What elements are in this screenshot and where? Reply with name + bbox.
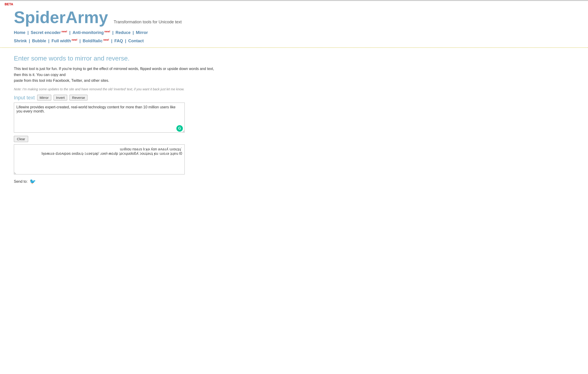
- nav-secret-encoder[interactable]: Secret encoder: [31, 30, 61, 35]
- note-text: Note: I'm making some updates to the sit…: [14, 87, 217, 91]
- nav-bubble[interactable]: Bubble: [32, 39, 46, 43]
- page-heading: Enter some words to mirror and reverse.: [14, 55, 217, 62]
- input-text-label: Input text: [14, 95, 35, 101]
- input-label-row: Input text Mirror Invert Reverse: [14, 95, 217, 101]
- clear-button[interactable]: Clear: [14, 136, 28, 142]
- send-row: Send to: 🐦: [14, 179, 217, 185]
- nav-mirror[interactable]: Mirror: [136, 30, 148, 35]
- nav: Home | Secret encoder new! | Anti-monito…: [0, 27, 588, 45]
- nav-reduce[interactable]: Reduce: [116, 30, 130, 35]
- nav-contact[interactable]: Contact: [128, 39, 144, 43]
- nav-row-2: Shrink | Bubble | Full width new! | Bold…: [14, 37, 574, 45]
- input-textarea-wrapper: Lifewire provides expert-created, real-w…: [14, 103, 185, 134]
- nav-anti-monitoring[interactable]: Anti-monitoring: [73, 30, 104, 35]
- invert-button[interactable]: Invert: [53, 95, 67, 100]
- grammarly-icon: G: [176, 125, 183, 132]
- nav-shrink[interactable]: Shrink: [14, 39, 27, 43]
- mirror-button[interactable]: Mirror: [37, 95, 51, 100]
- description-1: This text tool is just for fun. If you'r…: [14, 66, 217, 84]
- reverse-button[interactable]: Reverse: [70, 95, 87, 100]
- site-title[interactable]: SpiderArmy: [14, 8, 108, 27]
- nav-bold-italic[interactable]: Bold/Italic: [83, 39, 103, 43]
- nav-row-1: Home | Secret encoder new! | Anti-monito…: [14, 28, 574, 37]
- twitter-icon[interactable]: 🐦: [30, 179, 36, 185]
- nav-faq[interactable]: FAQ: [115, 39, 123, 43]
- header: SpiderArmy Transformation tools for Unic…: [0, 6, 588, 27]
- tagline: Transformation tools for Unicode text: [114, 20, 182, 24]
- beta-label: BETA: [0, 1, 588, 6]
- input-textarea[interactable]: Lifewire provides expert-created, real-w…: [14, 103, 185, 133]
- send-to-label: Send to:: [14, 180, 28, 184]
- output-textarea[interactable]: ˙ɥʇuoɯ ʎɹǝʌǝ noʎ ǝʞıl sɹǝsn uoıllıɯ 0l u…: [14, 144, 185, 174]
- nav-full-width[interactable]: Full width: [52, 39, 71, 43]
- nav-home[interactable]: Home: [14, 30, 25, 35]
- main-content: Enter some words to mirror and reverse. …: [0, 48, 231, 189]
